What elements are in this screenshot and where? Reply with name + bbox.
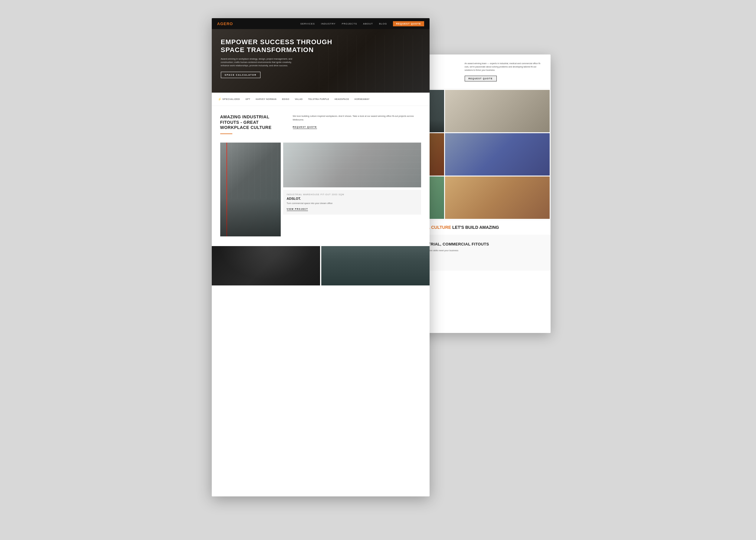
brand-headspace: headspace xyxy=(335,98,349,100)
industrial-link[interactable]: REQUEST QUOTE xyxy=(293,126,317,129)
view-project-link[interactable]: VIEW PROJECT xyxy=(287,208,308,211)
front-browser-window: AGERO SERVICES INDUSTRY PROJECTS ABOUT B… xyxy=(212,18,430,496)
nav-cta-button[interactable]: REQUEST QUOTE xyxy=(393,21,424,26)
industrial-title: AMAZING INDUSTRIAL FITOUTS - GREAT WORKP… xyxy=(220,114,287,130)
specialized-label: SPECIALIZED xyxy=(222,98,240,100)
hero-subtitle: Award-winning in workplace strategy, des… xyxy=(221,57,299,68)
project-info-card: INDUSTRIAL WAREHOUSE FIT-OUT 2003 SQM AD… xyxy=(283,190,421,214)
nav-industry[interactable]: INDUSTRY xyxy=(321,22,336,25)
section-left: AMAZING INDUSTRIAL FITOUTS - GREAT WORKP… xyxy=(220,114,287,138)
project-name: ADSLOT. xyxy=(287,197,417,201)
warehouse-lines xyxy=(283,143,421,187)
industrial-desc: We love building culture inspired workpl… xyxy=(293,114,421,122)
right-photo-col: INDUSTRIAL WAREHOUSE FIT-OUT 2003 SQM AD… xyxy=(283,143,421,236)
back-industries-desc: An award-winning team — experts in indus… xyxy=(465,62,543,72)
project-tag: INDUSTRIAL WAREHOUSE FIT-OUT 2003 SQM xyxy=(287,194,417,196)
bottom-photo-industrial xyxy=(321,246,430,285)
logo[interactable]: AGERO xyxy=(217,22,233,26)
ticker-suffix: LET'S BUILD AMAZING xyxy=(452,225,499,230)
photo-industrial-1 xyxy=(220,143,281,236)
bottom-photos xyxy=(212,246,430,285)
photo-warehouse xyxy=(283,143,421,187)
browser-scene: OUR INDUSTRIES An award-winning team — e… xyxy=(212,18,545,518)
brand-valad: VALAD xyxy=(295,98,302,100)
nav-projects[interactable]: PROJECTS xyxy=(342,22,357,25)
navigation: AGERO SERVICES INDUSTRY PROJECTS ABOUT B… xyxy=(212,18,430,29)
bottom-photo-dark xyxy=(212,246,320,285)
project-desc: Turn commercial space into your dream of… xyxy=(287,202,417,205)
back-right-col: An award-winning team — experts in indus… xyxy=(459,62,543,81)
nav-about[interactable]: ABOUT xyxy=(363,22,373,25)
back-photo-4 xyxy=(445,133,550,176)
back-photo-2 xyxy=(445,90,550,132)
back-request-quote-button[interactable]: REQUEST QUOTE xyxy=(465,76,497,81)
nav-services[interactable]: SERVICES xyxy=(300,22,315,25)
main-content: AMAZING INDUSTRIAL FITOUTS - GREAT WORKP… xyxy=(212,106,430,245)
section-divider xyxy=(220,133,232,134)
projects-row: INDUSTRIAL WAREHOUSE FIT-OUT 2003 SQM AD… xyxy=(220,143,421,236)
section-right: We love building culture inspired workpl… xyxy=(293,114,421,129)
left-tall-photo-container xyxy=(220,143,281,236)
brands-bar: SPECIALIZED GPT Harvey Norman Ediso VALA… xyxy=(212,93,430,106)
gpt-label: GPT xyxy=(245,98,250,100)
back-photo-6 xyxy=(445,177,550,219)
brand-telstra: Telstra Purple xyxy=(308,98,329,100)
hero-title: EMPOWER SUCCESS THROUGH SPACE TRANSFORMA… xyxy=(221,38,348,54)
brand-horneaway: HorneAway xyxy=(355,98,370,100)
brand-harvey-norman: Harvey Norman xyxy=(256,98,276,100)
dark-interior xyxy=(212,246,320,285)
hero-cta-button[interactable]: SPACE CALCULATOR xyxy=(221,72,261,78)
brand-gpt: GPT xyxy=(245,98,250,100)
photo-ceiling-lights xyxy=(220,143,281,199)
industrial-section: AMAZING INDUSTRIAL FITOUTS - GREAT WORKP… xyxy=(220,114,421,138)
industrial-interior xyxy=(321,246,430,285)
nav-blog[interactable]: BLOG xyxy=(379,22,387,25)
hero-section: EMPOWER SUCCESS THROUGH SPACE TRANSFORMA… xyxy=(212,29,430,93)
brand-ediso: Ediso xyxy=(282,98,289,100)
brand-specialized: SPECIALIZED xyxy=(218,97,240,101)
hero-content: EMPOWER SUCCESS THROUGH SPACE TRANSFORMA… xyxy=(212,29,430,87)
